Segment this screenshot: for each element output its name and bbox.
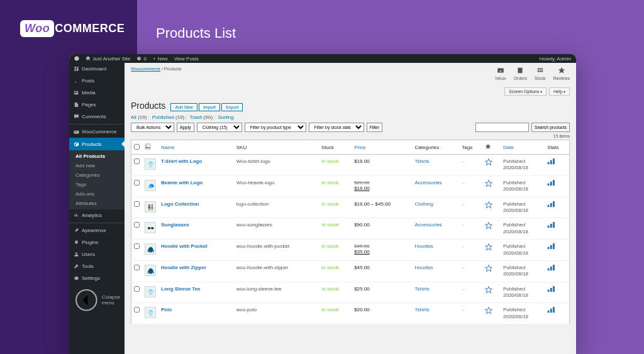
stats-icon[interactable]	[547, 224, 556, 230]
row-checkbox[interactable]	[134, 180, 140, 185]
featured-star[interactable]	[485, 289, 492, 295]
bulk-apply-button[interactable]: Apply	[177, 123, 194, 132]
col-tags[interactable]: Tags	[459, 140, 482, 155]
product-thumb[interactable]: 👕	[145, 307, 156, 318]
sidebar-item-woocommerce[interactable]: WooCommerce	[69, 126, 125, 138]
orders-icon-button[interactable]: Orders	[514, 67, 527, 81]
sidebar-item-apearence[interactable]: Apearence	[69, 224, 125, 236]
reviews-icon-button[interactable]: Reviews	[553, 67, 570, 81]
product-category-link[interactable]: Tshirts	[414, 307, 429, 313]
col-stats[interactable]: Stats	[545, 140, 569, 155]
sidebar-sub-add-new[interactable]: Add new	[69, 161, 125, 170]
product-name-link[interactable]: T-Shirt with Logo	[161, 158, 202, 164]
stats-icon[interactable]	[547, 309, 556, 314]
product-name-link[interactable]: Logo Collection	[161, 201, 199, 207]
product-category-link[interactable]: Hoodies	[414, 265, 433, 270]
sidebar-item-tools[interactable]: Tools	[69, 260, 125, 272]
col-featured[interactable]	[482, 140, 501, 155]
sidebar-sub-categories[interactable]: Categories	[69, 170, 125, 180]
row-checkbox[interactable]	[134, 307, 140, 313]
product-name-link[interactable]: Polo	[161, 307, 172, 313]
sidebar-item-plugins[interactable]: Plugins	[69, 236, 125, 248]
stats-icon[interactable]	[547, 267, 556, 272]
featured-star[interactable]	[485, 268, 492, 274]
stats-icon[interactable]	[547, 203, 556, 209]
view-trash[interactable]: Trash	[189, 114, 202, 120]
featured-star[interactable]	[485, 162, 492, 167]
row-checkbox[interactable]	[134, 265, 140, 270]
product-thumb[interactable]: 🕶️	[145, 222, 156, 233]
help-button[interactable]: Help	[549, 87, 570, 96]
sidebar-sub-all-products[interactable]: All Products	[69, 152, 125, 161]
sidebar-sub-tags[interactable]: Tags	[69, 180, 125, 189]
select-all-checkbox[interactable]	[134, 144, 140, 150]
product-category-link[interactable]: Tshirts	[414, 158, 429, 164]
row-checkbox[interactable]	[134, 158, 140, 164]
product-category-link[interactable]: Accessories	[414, 222, 441, 228]
row-checkbox[interactable]	[134, 222, 140, 228]
stock-icon-button[interactable]: Stock	[535, 67, 546, 81]
view-posts[interactable]: View Posts	[174, 56, 199, 62]
row-checkbox[interactable]	[134, 286, 140, 292]
stock-status-select[interactable]: Filter by stock status	[309, 123, 364, 132]
col-sku[interactable]: SKU	[234, 140, 319, 155]
col-categories[interactable]: Categories	[412, 140, 459, 155]
featured-star[interactable]	[485, 246, 492, 252]
search-input[interactable]	[475, 123, 529, 132]
stats-icon[interactable]	[547, 182, 556, 187]
filter-button[interactable]: Filter	[367, 123, 383, 132]
product-thumb[interactable]: 🧥	[145, 243, 156, 255]
product-name-link[interactable]: Sunglasses	[161, 222, 189, 228]
product-thumb[interactable]: 🧢	[145, 180, 156, 191]
screen-options-button[interactable]: Screen Options	[504, 87, 547, 96]
breadcrumb-woo[interactable]: Woocommerce	[131, 67, 160, 71]
sidebar-item-users[interactable]: Users	[69, 248, 125, 260]
sidebar-item-analytics[interactable]: Analytics	[69, 209, 125, 221]
sidebar-item-settings[interactable]: Settings	[69, 272, 125, 284]
product-type-select[interactable]: Filter by product type	[245, 123, 306, 132]
col-image[interactable]	[142, 140, 158, 155]
add-new-button[interactable]: Add New	[170, 103, 197, 111]
col-price[interactable]: Price	[352, 140, 412, 155]
stats-icon[interactable]	[547, 160, 556, 166]
sidebar-item-posts[interactable]: Posts	[69, 75, 125, 87]
sidebar-item-dashboard[interactable]: Dashboard	[69, 63, 125, 75]
view-sorting[interactable]: Sorting	[218, 114, 233, 120]
sidebar-item-media[interactable]: Media	[69, 87, 125, 99]
product-thumb[interactable]: 👕	[145, 158, 156, 170]
product-name-link[interactable]: Hoodie with Pocket	[161, 243, 208, 249]
product-name-link[interactable]: Beanie with Logo	[161, 180, 203, 185]
inbox-icon-button[interactable]: Inbox	[496, 67, 506, 81]
sidebar-sub-attributes[interactable]: Attributes	[69, 199, 125, 208]
stats-icon[interactable]	[547, 245, 556, 251]
site-link[interactable]: Just Another Site	[86, 56, 130, 62]
collapse-menu[interactable]: Colapse menu	[69, 284, 125, 316]
sidebar-item-comments[interactable]: Comments	[69, 111, 125, 123]
row-checkbox[interactable]	[134, 201, 140, 207]
product-category-link[interactable]: Hoodies	[414, 243, 433, 249]
search-button[interactable]: Search products	[531, 123, 570, 132]
col-stock[interactable]: Stock	[319, 140, 352, 155]
product-name-link[interactable]: Long Sleeve Tee	[161, 286, 201, 292]
view-all[interactable]: All	[131, 114, 136, 120]
product-thumb[interactable]: 👕	[145, 286, 156, 297]
col-date[interactable]: Date	[501, 140, 545, 155]
col-name[interactable]: Name	[158, 140, 234, 155]
sidebar-item-products[interactable]: Products	[69, 138, 125, 150]
import-button[interactable]: Import	[199, 103, 220, 111]
product-category-link[interactable]: Tshirts	[414, 286, 429, 292]
howdy[interactable]: Howdy, Admin	[539, 56, 571, 62]
bulk-actions-select[interactable]: Bulk Actions	[131, 123, 174, 132]
product-thumb[interactable]: 👫	[145, 201, 156, 213]
updates-icon[interactable]: 0	[136, 56, 146, 62]
view-published[interactable]: Published	[152, 114, 174, 120]
featured-star[interactable]	[485, 183, 492, 189]
featured-star[interactable]	[485, 310, 492, 316]
featured-star[interactable]	[485, 204, 492, 210]
row-checkbox[interactable]	[134, 243, 140, 249]
category-filter-select[interactable]: Clothing (15)	[197, 123, 242, 132]
sidebar-item-pages[interactable]: Pages	[69, 99, 125, 111]
sidebar-sub-add-ons[interactable]: Add-ons	[69, 189, 125, 199]
add-new[interactable]: + New	[153, 56, 168, 62]
product-thumb[interactable]: 🧥	[145, 265, 156, 276]
